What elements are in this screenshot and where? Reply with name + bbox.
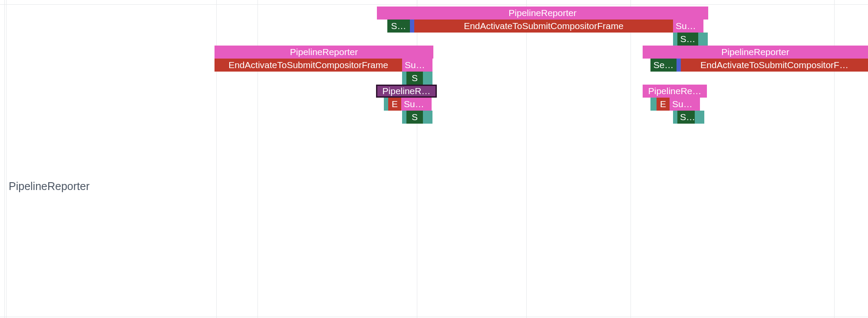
trace-slice-g5_pr[interactable]: PipelineRe…	[643, 85, 707, 98]
trace-slice-g5_t2[interactable]	[695, 111, 704, 124]
trace-slice-g5_e[interactable]: E	[657, 98, 670, 111]
trace-slice-g2_sub[interactable]: Sub…	[402, 59, 432, 72]
trace-slice-g4_t2[interactable]	[423, 111, 432, 124]
trace-slice-g2_t2[interactable]	[423, 72, 432, 85]
trace-slice-g1_pr[interactable]: PipelineReporter	[377, 7, 708, 20]
flamegraph-canvas[interactable]: PipelineReporterS…EndActivateToSubmitCom…	[0, 0, 868, 318]
trace-slice-g1_s2[interactable]: S…	[677, 33, 698, 46]
trace-slice-g3_se[interactable]: Se…	[650, 59, 677, 72]
trace-slice-g5_sub[interactable]: Sub…	[670, 98, 700, 111]
trace-slice-g4_s[interactable]: S	[406, 111, 423, 124]
trace-slice-g4_pr[interactable]: PipelineR…	[376, 85, 437, 98]
trace-slice-g2_s[interactable]: S	[406, 72, 423, 85]
trace-slice-g2_pr[interactable]: PipelineReporter	[215, 46, 433, 59]
trace-slice-g4_e[interactable]: E	[388, 98, 401, 111]
trace-slice-g2_end[interactable]: EndActivateToSubmitCompositorFrame	[215, 59, 402, 72]
trace-slice-g1_sub[interactable]: Sub…	[673, 20, 703, 33]
trace-slice-g1_t2[interactable]	[698, 33, 708, 46]
trace-slice-g3_pr[interactable]: PipelineReporter	[643, 46, 868, 59]
trace-slice-g1_end[interactable]: EndActivateToSubmitCompositorFrame	[414, 20, 673, 33]
trace-slice-g1_s[interactable]: S…	[387, 20, 410, 33]
trace-slice-g3_end[interactable]: EndActivateToSubmitCompositorF…	[681, 59, 868, 72]
trace-slice-g4_sub[interactable]: Sub…	[401, 98, 432, 111]
trace-slice-g5_s[interactable]: S…	[677, 111, 695, 124]
trace-slice-g5_t0[interactable]	[650, 98, 657, 111]
